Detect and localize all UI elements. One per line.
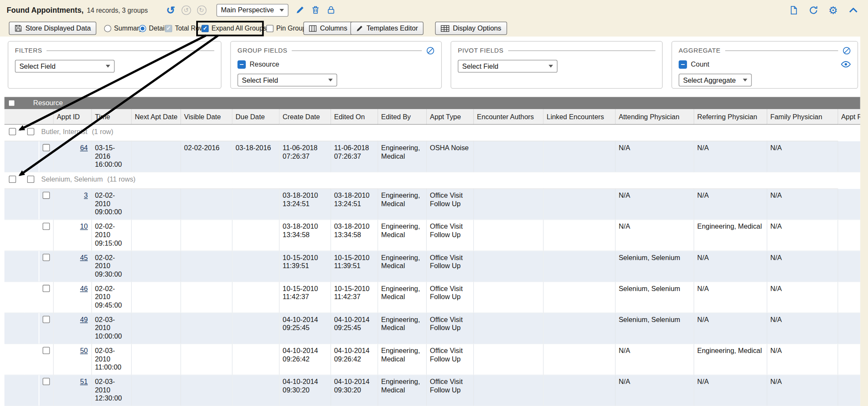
row-checkbox[interactable] — [42, 285, 50, 292]
table-row: 6403-15-2016 16:00:0002-02-201603-18-201… — [4, 141, 860, 172]
store-displayed-data-label: Store Displayed Data — [25, 24, 91, 32]
column-header-due-date[interactable]: Due Date — [232, 109, 279, 124]
clear-group-fields-icon[interactable] — [426, 46, 435, 55]
summary-radio[interactable]: Summary — [104, 24, 143, 32]
pin-groups-checkbox-control[interactable] — [266, 25, 273, 32]
column-header-encounter-authors[interactable]: Encounter Authors — [473, 109, 543, 124]
column-header-time[interactable]: Time — [92, 109, 131, 124]
group-field-select[interactable]: Select Field — [237, 74, 337, 87]
detail-radio[interactable]: Detail — [139, 24, 166, 32]
column-header-referring-physician[interactable]: Referring Physician — [694, 109, 767, 124]
revert-button-disabled[interactable]: ↺ — [180, 4, 192, 16]
pivot-field-select[interactable]: Select Field — [458, 60, 557, 73]
delete-perspective-button[interactable] — [309, 4, 322, 16]
columns-button[interactable]: Columns — [303, 22, 353, 35]
document-icon — [789, 5, 798, 14]
appt-id-link[interactable]: 64 — [80, 144, 88, 152]
appt-id-link[interactable]: 45 — [80, 254, 88, 261]
perspective-select[interactable]: Main Perspective — [217, 3, 289, 16]
settings-button[interactable]: ⚙ — [827, 4, 839, 16]
column-header-attending-physician[interactable]: Attending Physician — [615, 109, 693, 124]
redo-button-disabled[interactable]: ↻ — [195, 4, 208, 16]
cell-create-date: 04-10-2014 09:26:42 — [279, 344, 330, 375]
row-checkbox[interactable] — [42, 192, 50, 199]
table-row: 4902-03-2010 10:00:0004-10-2014 09:25:45… — [4, 313, 860, 344]
cell-edited-by: Engineering, Medical — [378, 344, 426, 375]
divider — [725, 50, 838, 50]
row-indent-cell — [4, 313, 39, 344]
appt-id-link[interactable]: 50 — [80, 347, 88, 355]
column-header-create-date[interactable]: Create Date — [279, 109, 330, 124]
group-select-checkbox[interactable] — [27, 128, 34, 135]
gear-icon: ⚙ — [829, 5, 838, 15]
column-header-edited-by[interactable]: Edited By — [378, 109, 426, 124]
select-all-checkbox[interactable] — [8, 100, 15, 106]
row-checkbox[interactable] — [42, 144, 50, 151]
cell-edited-by: Engineering, Medical — [378, 375, 426, 406]
display-options-button[interactable]: Display Options — [435, 22, 507, 35]
lock-perspective-button[interactable] — [325, 4, 337, 16]
cell-appt-type: Office Visit Follow Up — [426, 344, 473, 375]
undo-button[interactable]: ↺ — [164, 4, 177, 16]
clear-aggregate-icon[interactable] — [843, 46, 851, 55]
filters-field-select[interactable]: Select Field — [15, 60, 114, 73]
cell-appt-id: 45 — [53, 251, 91, 282]
collapse-panel-button[interactable] — [847, 4, 859, 16]
cell-edited-by: Engineering, Medical — [378, 282, 426, 313]
refresh-button[interactable] — [807, 4, 819, 16]
remove-aggregate-icon[interactable]: − — [679, 60, 687, 69]
group-expand-checkbox[interactable] — [9, 176, 16, 183]
column-header-linked-encounters[interactable]: Linked Encounters — [543, 109, 615, 124]
row-checkbox[interactable] — [42, 254, 50, 261]
column-header-edited-on[interactable]: Edited On — [331, 109, 378, 124]
divider — [508, 50, 655, 50]
eye-icon[interactable] — [841, 61, 851, 68]
cell-appt-id: 3 — [53, 189, 91, 220]
appt-id-link[interactable]: 46 — [80, 285, 88, 292]
export-document-button[interactable] — [787, 4, 799, 16]
appt-id-link[interactable]: 3 — [84, 192, 88, 199]
detail-radio-control[interactable] — [139, 25, 146, 32]
total-row-checkbox[interactable]: Total Row — [165, 24, 204, 32]
store-displayed-data-button[interactable]: Store Displayed Data — [9, 22, 97, 35]
group-select-checkbox[interactable] — [27, 176, 34, 183]
cell-referring-physician: N/A — [694, 282, 767, 313]
pivot-field-select-value: Select Field — [462, 62, 498, 70]
templates-editor-button[interactable]: Templates Editor — [351, 22, 424, 35]
group-expand-checkbox[interactable] — [9, 128, 16, 135]
row-checkbox[interactable] — [42, 378, 50, 385]
appt-id-link[interactable]: 49 — [80, 316, 88, 323]
row-checkbox[interactable] — [42, 316, 50, 323]
cell-time: 03-15-2016 16:00:00 — [92, 141, 131, 172]
cell-visible-date — [181, 220, 232, 251]
cell-time: 02-02-2010 09:15:00 — [92, 220, 131, 251]
cell-edited-by: Engineering, Medical — [378, 220, 426, 251]
column-header-next-apt-date[interactable]: Next Apt Date — [131, 109, 181, 124]
cell-edited-by: Engineering, Medical — [378, 251, 426, 282]
cell-due-date — [232, 375, 279, 406]
appt-id-link[interactable]: 10 — [80, 223, 88, 230]
edit-perspective-button[interactable] — [294, 4, 306, 16]
appointments-table: Resource Appt IDTimeNext Apt DateVisible… — [4, 97, 860, 406]
cell-attending-physician: Selenium, Selenium — [615, 251, 693, 282]
column-header-appt-re[interactable]: Appt Re — [837, 109, 860, 124]
column-header-appt-type[interactable]: Appt Type — [426, 109, 473, 124]
row-checkbox[interactable] — [42, 223, 50, 230]
remove-group-field-icon[interactable]: − — [237, 60, 246, 69]
cell-edited-by: Engineering, Medical — [378, 189, 426, 220]
expand-all-groups-checkbox[interactable]: Expand All Groups — [201, 24, 266, 32]
row-select-cell — [39, 375, 53, 406]
summary-radio-control[interactable] — [104, 25, 111, 32]
column-header-appt-id[interactable]: Appt ID — [53, 109, 91, 124]
cell-appt-id: 46 — [53, 282, 91, 313]
app-window: Found Appointments, 14 records, 3 groups… — [0, 0, 868, 406]
appt-id-link[interactable]: 51 — [80, 378, 88, 386]
aggregate-select[interactable]: Select Aggregate — [679, 74, 751, 87]
column-header-visible-date[interactable]: Visible Date — [181, 109, 232, 124]
column-header-family-physician[interactable]: Family Physician — [767, 109, 837, 124]
total-row-checkbox-control[interactable] — [165, 25, 172, 32]
row-checkbox[interactable] — [42, 347, 50, 354]
cell-appt-reason — [837, 189, 860, 220]
cell-appt-type: Office Visit Follow Up — [426, 189, 473, 220]
expand-all-groups-checkbox-control[interactable] — [201, 25, 209, 32]
